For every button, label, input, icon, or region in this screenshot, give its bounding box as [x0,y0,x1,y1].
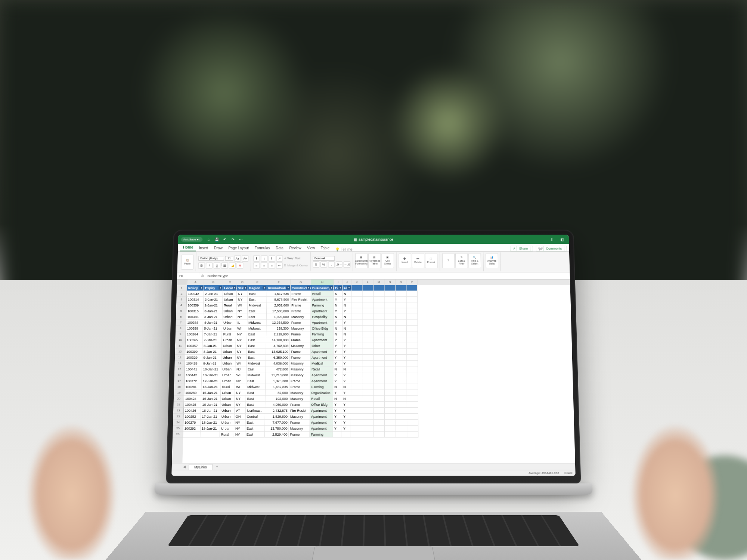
table-cell[interactable] [362,414,374,420]
table-cell[interactable]: Urban [221,355,236,361]
table-cell[interactable] [362,314,374,320]
table-cell[interactable]: 100357 [185,343,202,349]
table-cell[interactable]: Y [342,343,351,349]
table-cell[interactable]: Y [342,414,351,420]
redo-icon[interactable]: ↷ [230,236,236,242]
table-cell[interactable]: Apartment [310,414,333,420]
table-cell[interactable]: Y [334,337,342,343]
table-cell[interactable] [374,355,385,361]
fx-icon[interactable]: fx [199,274,206,278]
table-cell[interactable]: 7,677,000 [265,420,289,426]
sheet-nav-prev-icon[interactable]: ◀ [183,465,186,469]
table-cell[interactable] [385,343,396,349]
table-cell[interactable]: N [333,384,342,390]
autosave-toggle[interactable]: AutoSave ●○ [181,237,202,242]
table-cell[interactable] [362,402,374,408]
table-header-cell[interactable]: State▾ [237,285,248,291]
table-cell[interactable]: Rural [221,384,235,390]
table-cell[interactable]: Apartment [311,308,334,314]
table-cell[interactable]: Frame [290,332,311,337]
table-cell[interactable] [374,349,385,355]
table-cell[interactable]: NY [236,337,247,343]
row-header[interactable]: 17 [174,378,185,384]
table-cell[interactable]: N [342,366,351,372]
table-cell[interactable]: 10-Jan-21 [202,366,221,372]
table-cell[interactable]: 17-Jan-21 [201,414,220,420]
table-cell[interactable]: Retail [310,366,334,372]
table-cell[interactable]: East [246,396,265,402]
table-cell[interactable]: Masonry [289,366,310,372]
table-header-cell[interactable] [363,285,374,291]
table-cell[interactable]: 4,950,000 [265,402,289,408]
table-cell[interactable]: 100358 [186,326,203,332]
row-header[interactable]: 21 [173,402,184,408]
table-cell[interactable]: Y [334,361,342,367]
table-cell[interactable]: 1,432,835 [266,384,289,390]
table-cell[interactable]: IL [236,320,247,326]
table-cell[interactable] [396,343,407,349]
row-header[interactable]: 25 [173,426,183,432]
table-cell[interactable] [407,378,418,384]
table-cell[interactable]: NY [236,332,247,337]
table-cell[interactable] [396,372,407,378]
filter-dropdown-icon[interactable]: ▾ [338,286,342,290]
table-cell[interactable]: Urban [220,426,234,432]
table-cell[interactable]: Y [342,308,351,314]
comma-icon[interactable]: , [328,261,335,268]
analyze-data-button[interactable]: 📊Analyze Data [486,253,498,268]
table-cell[interactable]: NY [237,291,248,296]
table-cell[interactable] [362,349,374,355]
add-sheet-button[interactable]: ＋ [213,463,221,470]
column-header[interactable]: B [204,280,223,285]
table-header-cell[interactable] [384,285,396,291]
table-cell[interactable]: Apartment [310,408,333,414]
undo-icon[interactable]: ↶ [222,236,228,242]
table-cell[interactable] [396,326,407,332]
table-cell[interactable] [407,343,418,349]
table-cell[interactable]: 13,750,000 [265,426,289,432]
share-button[interactable]: ↗ Share [510,246,533,251]
row-header[interactable]: 3 [176,297,187,302]
table-cell[interactable]: 2-Jan-21 [204,302,223,308]
table-cell[interactable]: Y [333,390,342,396]
table-cell[interactable]: 4,762,808 [266,343,290,349]
row-header[interactable]: 12 [175,349,185,355]
table-cell[interactable]: NY [235,378,246,384]
filter-dropdown-icon[interactable]: ▾ [218,286,222,290]
table-cell[interactable]: Y [333,378,342,384]
tab-formulas[interactable]: Formulas [252,245,273,251]
table-cell[interactable] [385,408,396,414]
table-cell[interactable]: Y [342,361,351,367]
table-cell[interactable] [362,384,374,390]
table-cell[interactable] [362,390,374,396]
table-cell[interactable]: 82,000 [266,390,289,396]
italic-button[interactable]: I [206,262,213,268]
table-cell[interactable] [351,414,362,420]
row-header[interactable]: 18 [174,384,185,390]
table-cell[interactable] [342,432,351,438]
table-cell[interactable]: 100399 [185,349,202,355]
border-button[interactable]: ▦ [221,262,228,268]
table-cell[interactable]: Masonry [289,390,310,396]
row-header[interactable]: 24 [173,420,183,426]
currency-icon[interactable]: $ [313,261,319,268]
table-cell[interactable] [385,390,396,396]
table-cell[interactable] [362,302,374,308]
spreadsheet-grid[interactable]: 1234567891011121314151617181920212223242… [172,280,575,463]
sort-filter-button[interactable]: ⇅Sort & Filter [455,253,468,268]
row-header[interactable]: 26 [173,432,183,438]
table-cell[interactable]: 14,100,000 [266,337,290,343]
table-cell[interactable] [374,378,385,384]
table-header-cell[interactable]: Policy▾ [187,285,204,291]
table-cell[interactable]: Midwest [248,302,267,308]
table-cell[interactable]: East [247,366,266,372]
table-cell[interactable]: Fire Resist [289,408,310,414]
tab-review[interactable]: Review [286,245,304,251]
table-cell[interactable]: Office Bldg [310,402,333,408]
table-cell[interactable]: Masonry [290,314,311,320]
table-cell[interactable]: Frame [289,378,310,384]
formula-value[interactable]: BusinessType [206,274,230,278]
table-cell[interactable]: Y [342,372,351,378]
column-header[interactable]: O [396,280,407,285]
table-cell[interactable]: Frame [290,302,311,308]
